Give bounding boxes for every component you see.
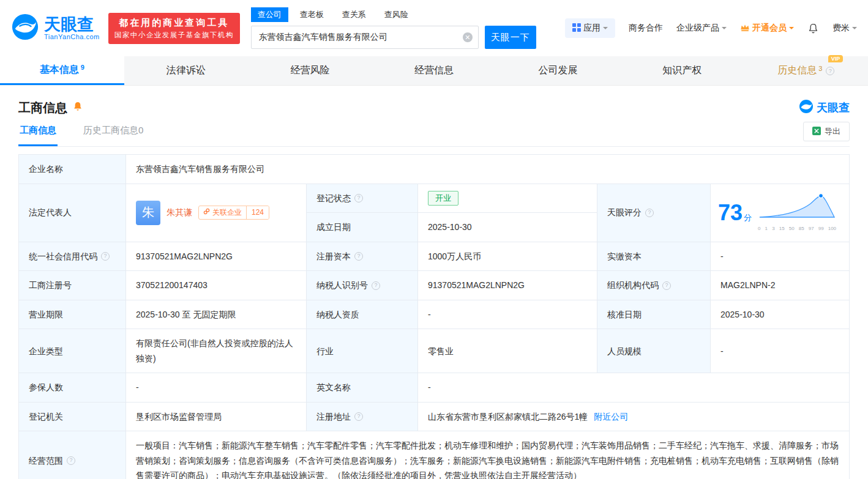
help-icon[interactable] (67, 456, 75, 465)
search-button[interactable]: 天眼一下 (485, 26, 536, 49)
grid-icon (572, 23, 581, 34)
tab-label: 基本信息 (40, 64, 79, 76)
chevron-down-icon (789, 27, 794, 32)
help-icon[interactable] (101, 252, 110, 261)
tab-legal-proceedings[interactable]: 法律诉讼 (124, 56, 249, 85)
section-title: 工商信息 (18, 100, 67, 116)
field-value-reg-address: 山东省东营市垦利区郝家镇北二路26号1幢 附近公司 (418, 403, 850, 432)
tab-intellectual-property[interactable]: 知识产权 (620, 56, 744, 85)
status-badge: 开业 (428, 191, 458, 206)
nearby-companies-link[interactable]: 附近公司 (594, 409, 628, 425)
field-value-paid-capital: - (711, 242, 850, 272)
sub-tabs-bar: 工商信息 历史工商信息0 导出 (18, 120, 850, 147)
site-header: 天眼查 TianYanCha.com 都在用的商业查询工具 国家中小企业发展子基… (0, 0, 868, 56)
field-label-establish-date: 成立日期 (307, 213, 418, 242)
brand-logo[interactable]: 天眼查 TianYanCha.com (11, 13, 100, 43)
user-menu[interactable]: 费米 (832, 23, 857, 34)
search-tab-risk[interactable]: 查风险 (378, 7, 415, 22)
field-label-staff-size: 人员规模 (597, 329, 711, 373)
field-label-credit-code: 统一社会信用代码 (19, 242, 126, 272)
help-icon[interactable] (662, 281, 671, 290)
brand-domain: TianYanCha.com (44, 33, 100, 40)
tab-count: 9 (81, 64, 84, 71)
tab-history-info[interactable]: VIP 历史信息 3 (744, 56, 868, 85)
subtab-business-info[interactable]: 工商信息 (18, 120, 58, 146)
search-tab-company[interactable]: 查公司 (251, 7, 288, 22)
help-icon[interactable] (354, 412, 363, 421)
business-cooperation-link[interactable]: 商务合作 (629, 23, 663, 34)
enterprise-products-menu[interactable]: 企业级产品 (676, 23, 727, 34)
field-value-company-type: 有限责任公司(非自然人投资或控股的法人独资) (126, 329, 307, 373)
field-value-business-term: 2025-10-30 至 无固定期限 (126, 300, 307, 330)
field-label-reg-capital: 注册资本 (307, 242, 418, 272)
tab-label: 历史信息 (777, 64, 817, 77)
score-distribution-chart: 0131550859799100 (758, 192, 836, 233)
notification-bell-icon[interactable] (807, 23, 819, 34)
export-label: 导出 (825, 126, 840, 137)
username: 费米 (832, 23, 850, 34)
help-icon[interactable] (354, 252, 363, 261)
chevron-down-icon (722, 27, 727, 32)
score-axis-labels: 0131550859799100 (758, 225, 836, 233)
field-value-english-name: - (418, 373, 850, 403)
legal-rep-name[interactable]: 朱其谦 (166, 205, 192, 220)
field-label-tyc-score: 天眼评分 (597, 184, 711, 242)
tyc-score-cell: 73分 0131550859799100 (711, 184, 850, 242)
field-value-credit-code: 91370521MAG2LNPN2G (126, 242, 307, 272)
field-value-establish-date: 2025-10-30 (418, 213, 597, 242)
watermark-brand-name: 天眼查 (817, 100, 850, 115)
field-value-staff-size: - (711, 329, 850, 373)
open-vip-label: 开通会员 (752, 23, 787, 34)
crown-icon (740, 23, 750, 34)
search-input[interactable] (251, 26, 479, 49)
open-vip-menu[interactable]: 开通会员 (740, 23, 794, 34)
link-icon (203, 207, 210, 218)
apps-menu[interactable]: 应用 (565, 18, 615, 38)
subtab-history-business-info[interactable]: 历史工商信息0 (82, 120, 144, 146)
help-icon[interactable] (354, 194, 363, 202)
field-value-org-code: MAG2LNPN-2 (711, 271, 850, 300)
field-value-industry: 零售业 (418, 329, 597, 373)
tab-label: 知识产权 (662, 64, 702, 77)
field-label-reg-address: 注册地址 (307, 403, 418, 432)
help-icon[interactable] (826, 67, 834, 75)
field-label-approval-date: 核准日期 (597, 300, 711, 330)
related-companies-badge[interactable]: 关联企业 124 (198, 206, 269, 220)
tab-label: 法律诉讼 (166, 64, 206, 77)
export-button[interactable]: 导出 (803, 122, 850, 141)
help-icon[interactable] (645, 209, 654, 217)
wave-logo-icon (11, 13, 39, 43)
search-area: 查公司 查老板 查关系 查风险 ✕ 天眼一下 (251, 7, 536, 49)
field-value-business-scope: 一般项目：汽车销售；新能源汽车整车销售；汽车零配件零售；汽车零配件批发；机动车修… (126, 431, 850, 479)
tab-operating-info[interactable]: 经营信息 (372, 56, 496, 85)
field-label-org-code: 组织机构代码 (597, 271, 711, 300)
vip-badge: VIP (828, 55, 844, 62)
tab-label: 经营信息 (414, 64, 454, 77)
related-companies-count: 124 (246, 206, 269, 219)
help-icon[interactable] (372, 281, 380, 290)
brand-name: 天眼查 (44, 16, 100, 33)
field-value-reg-status: 开业 (418, 184, 597, 214)
wave-logo-icon (799, 99, 814, 116)
clear-icon[interactable]: ✕ (463, 32, 473, 42)
search-row: ✕ 天眼一下 (251, 26, 536, 49)
subscribe-bell-icon[interactable] (72, 101, 83, 114)
field-label-industry: 行业 (307, 329, 418, 373)
search-tab-boss[interactable]: 查老板 (293, 7, 331, 22)
field-label-insured-count: 参保人数 (19, 373, 126, 403)
tab-basic-info[interactable]: 基本信息 9 (0, 56, 124, 85)
legal-rep-avatar[interactable]: 朱 (136, 201, 160, 225)
excel-icon (812, 127, 821, 137)
field-value-reg-capital: 1000万人民币 (418, 242, 597, 272)
field-value-taxpayer-id: 91370521MAG2LNPN2G (418, 271, 597, 300)
apps-label: 应用 (583, 23, 600, 34)
search-box: ✕ (251, 26, 479, 49)
field-value-insured-count: - (126, 373, 307, 403)
search-tab-relation[interactable]: 查关系 (335, 7, 373, 22)
tab-company-development[interactable]: 公司发展 (496, 56, 620, 85)
tab-count: 3 (818, 65, 822, 72)
field-label-taxpayer-id: 纳税人识别号 (307, 271, 418, 300)
field-label-english-name: 英文名称 (307, 373, 418, 403)
section-watermark-logo: 天眼查 (799, 99, 850, 116)
tab-operating-risk[interactable]: 经营风险 (248, 56, 372, 85)
